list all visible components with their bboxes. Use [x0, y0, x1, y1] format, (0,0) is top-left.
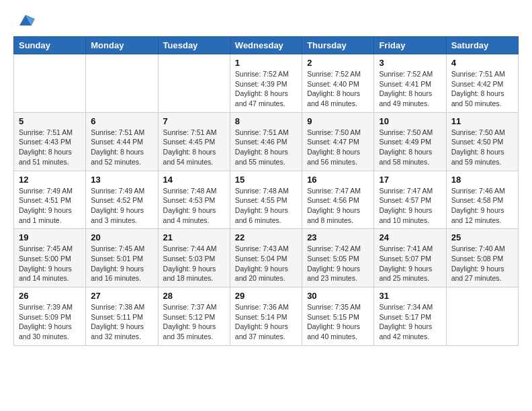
cell-info: Sunrise: 7:40 AM Sunset: 5:08 PM Dayligh…	[451, 244, 513, 283]
cell-info: Sunrise: 7:37 AM Sunset: 5:12 PM Dayligh…	[163, 302, 225, 342]
cell-info: Sunrise: 7:49 AM Sunset: 4:51 PM Dayligh…	[19, 186, 81, 226]
calendar-cell: 28Sunrise: 7:37 AM Sunset: 5:12 PM Dayli…	[158, 287, 230, 346]
weekday-header-tuesday: Tuesday	[158, 37, 230, 54]
cell-info: Sunrise: 7:52 AM Sunset: 4:39 PM Dayligh…	[235, 69, 297, 109]
cell-day-number: 2	[307, 58, 369, 68]
cell-day-number: 1	[235, 58, 297, 68]
calendar-cell: 19Sunrise: 7:45 AM Sunset: 5:00 PM Dayli…	[14, 229, 86, 287]
cell-info: Sunrise: 7:47 AM Sunset: 4:57 PM Dayligh…	[379, 186, 441, 226]
weekday-header-saturday: Saturday	[446, 37, 518, 54]
cell-day-number: 28	[163, 291, 225, 301]
calendar-cell: 18Sunrise: 7:46 AM Sunset: 4:58 PM Dayli…	[446, 171, 518, 229]
calendar-cell: 27Sunrise: 7:38 AM Sunset: 5:11 PM Dayli…	[86, 287, 158, 346]
cell-info: Sunrise: 7:50 AM Sunset: 4:47 PM Dayligh…	[307, 128, 369, 167]
cell-info: Sunrise: 7:42 AM Sunset: 5:05 PM Dayligh…	[307, 244, 369, 283]
calendar-cell: 30Sunrise: 7:35 AM Sunset: 5:15 PM Dayli…	[302, 287, 374, 346]
cell-day-number: 13	[91, 175, 152, 185]
cell-day-number: 15	[235, 175, 297, 185]
calendar-cell: 31Sunrise: 7:34 AM Sunset: 5:17 PM Dayli…	[374, 287, 446, 346]
cell-info: Sunrise: 7:43 AM Sunset: 5:04 PM Dayligh…	[235, 244, 297, 283]
cell-day-number: 23	[307, 232, 369, 242]
calendar-cell: 4Sunrise: 7:51 AM Sunset: 4:42 PM Daylig…	[446, 54, 518, 113]
calendar-cell: 11Sunrise: 7:50 AM Sunset: 4:50 PM Dayli…	[446, 112, 518, 171]
cell-info: Sunrise: 7:51 AM Sunset: 4:42 PM Dayligh…	[451, 69, 513, 109]
cell-info: Sunrise: 7:51 AM Sunset: 4:43 PM Dayligh…	[19, 128, 81, 167]
cell-info: Sunrise: 7:51 AM Sunset: 4:46 PM Dayligh…	[235, 128, 297, 167]
calendar-week-1: 1Sunrise: 7:52 AM Sunset: 4:39 PM Daylig…	[14, 54, 519, 113]
cell-info: Sunrise: 7:34 AM Sunset: 5:17 PM Dayligh…	[379, 302, 441, 342]
cell-day-number: 22	[235, 232, 297, 242]
calendar-cell: 17Sunrise: 7:47 AM Sunset: 4:57 PM Dayli…	[374, 171, 446, 229]
cell-day-number: 5	[19, 116, 81, 126]
cell-day-number: 6	[91, 116, 152, 126]
calendar-cell: 16Sunrise: 7:47 AM Sunset: 4:56 PM Dayli…	[302, 171, 374, 229]
cell-info: Sunrise: 7:50 AM Sunset: 4:49 PM Dayligh…	[379, 128, 441, 167]
calendar-week-5: 26Sunrise: 7:39 AM Sunset: 5:09 PM Dayli…	[14, 287, 519, 346]
calendar-cell: 29Sunrise: 7:36 AM Sunset: 5:14 PM Dayli…	[230, 287, 302, 346]
calendar-cell: 25Sunrise: 7:40 AM Sunset: 5:08 PM Dayli…	[446, 229, 518, 287]
calendar-cell: 6Sunrise: 7:51 AM Sunset: 4:44 PM Daylig…	[86, 112, 158, 171]
page: SundayMondayTuesdayWednesdayThursdayFrid…	[0, 0, 532, 358]
calendar-cell: 10Sunrise: 7:50 AM Sunset: 4:49 PM Dayli…	[374, 112, 446, 171]
calendar-table: SundayMondayTuesdayWednesdayThursdayFrid…	[13, 36, 519, 346]
cell-day-number: 17	[379, 175, 441, 185]
cell-info: Sunrise: 7:48 AM Sunset: 4:55 PM Dayligh…	[235, 186, 297, 226]
calendar-week-3: 12Sunrise: 7:49 AM Sunset: 4:51 PM Dayli…	[14, 171, 519, 229]
calendar-cell	[14, 54, 86, 113]
cell-info: Sunrise: 7:45 AM Sunset: 5:00 PM Dayligh…	[19, 244, 81, 283]
calendar-week-4: 19Sunrise: 7:45 AM Sunset: 5:00 PM Dayli…	[14, 229, 519, 287]
cell-info: Sunrise: 7:51 AM Sunset: 4:45 PM Dayligh…	[163, 128, 225, 167]
cell-day-number: 31	[379, 291, 441, 301]
cell-info: Sunrise: 7:50 AM Sunset: 4:50 PM Dayligh…	[451, 128, 513, 167]
header	[13, 12, 519, 30]
weekday-header-wednesday: Wednesday	[230, 37, 302, 54]
cell-info: Sunrise: 7:35 AM Sunset: 5:15 PM Dayligh…	[307, 302, 369, 342]
calendar-cell: 7Sunrise: 7:51 AM Sunset: 4:45 PM Daylig…	[158, 112, 230, 171]
calendar-cell	[158, 54, 230, 113]
calendar-cell: 20Sunrise: 7:45 AM Sunset: 5:01 PM Dayli…	[86, 229, 158, 287]
cell-day-number: 30	[307, 291, 369, 301]
weekday-header-row: SundayMondayTuesdayWednesdayThursdayFrid…	[14, 37, 519, 54]
cell-info: Sunrise: 7:44 AM Sunset: 5:03 PM Dayligh…	[163, 244, 225, 283]
cell-day-number: 26	[19, 291, 81, 301]
calendar-cell: 21Sunrise: 7:44 AM Sunset: 5:03 PM Dayli…	[158, 229, 230, 287]
cell-day-number: 12	[19, 175, 81, 185]
cell-day-number: 27	[91, 291, 152, 301]
cell-day-number: 24	[379, 232, 441, 242]
cell-info: Sunrise: 7:41 AM Sunset: 5:07 PM Dayligh…	[379, 244, 441, 283]
cell-info: Sunrise: 7:49 AM Sunset: 4:52 PM Dayligh…	[91, 186, 152, 226]
calendar-cell: 13Sunrise: 7:49 AM Sunset: 4:52 PM Dayli…	[86, 171, 158, 229]
calendar-cell: 8Sunrise: 7:51 AM Sunset: 4:46 PM Daylig…	[230, 112, 302, 171]
cell-day-number: 20	[91, 232, 152, 242]
cell-day-number: 7	[163, 116, 225, 126]
cell-info: Sunrise: 7:52 AM Sunset: 4:41 PM Dayligh…	[379, 69, 441, 109]
weekday-header-sunday: Sunday	[14, 37, 86, 54]
calendar-week-2: 5Sunrise: 7:51 AM Sunset: 4:43 PM Daylig…	[14, 112, 519, 171]
weekday-header-thursday: Thursday	[302, 37, 374, 54]
weekday-header-monday: Monday	[86, 37, 158, 54]
logo	[13, 12, 35, 30]
calendar-cell: 1Sunrise: 7:52 AM Sunset: 4:39 PM Daylig…	[230, 54, 302, 113]
calendar-cell: 9Sunrise: 7:50 AM Sunset: 4:47 PM Daylig…	[302, 112, 374, 171]
calendar-cell: 23Sunrise: 7:42 AM Sunset: 5:05 PM Dayli…	[302, 229, 374, 287]
cell-day-number: 11	[451, 116, 513, 126]
cell-day-number: 21	[163, 232, 225, 242]
cell-day-number: 18	[451, 175, 513, 185]
calendar-cell: 24Sunrise: 7:41 AM Sunset: 5:07 PM Dayli…	[374, 229, 446, 287]
calendar-cell: 2Sunrise: 7:52 AM Sunset: 4:40 PM Daylig…	[302, 54, 374, 113]
cell-info: Sunrise: 7:51 AM Sunset: 4:44 PM Dayligh…	[91, 128, 152, 167]
calendar-cell: 26Sunrise: 7:39 AM Sunset: 5:09 PM Dayli…	[14, 287, 86, 346]
weekday-header-friday: Friday	[374, 37, 446, 54]
calendar-cell: 15Sunrise: 7:48 AM Sunset: 4:55 PM Dayli…	[230, 171, 302, 229]
cell-day-number: 25	[451, 232, 513, 242]
calendar-cell: 5Sunrise: 7:51 AM Sunset: 4:43 PM Daylig…	[14, 112, 86, 171]
cell-day-number: 4	[451, 58, 513, 68]
cell-day-number: 14	[163, 175, 225, 185]
cell-info: Sunrise: 7:36 AM Sunset: 5:14 PM Dayligh…	[235, 302, 297, 342]
cell-info: Sunrise: 7:48 AM Sunset: 4:53 PM Dayligh…	[163, 186, 225, 226]
cell-day-number: 29	[235, 291, 297, 301]
cell-info: Sunrise: 7:39 AM Sunset: 5:09 PM Dayligh…	[19, 302, 81, 342]
cell-day-number: 9	[307, 116, 369, 126]
calendar-cell: 3Sunrise: 7:52 AM Sunset: 4:41 PM Daylig…	[374, 54, 446, 113]
cell-day-number: 16	[307, 175, 369, 185]
